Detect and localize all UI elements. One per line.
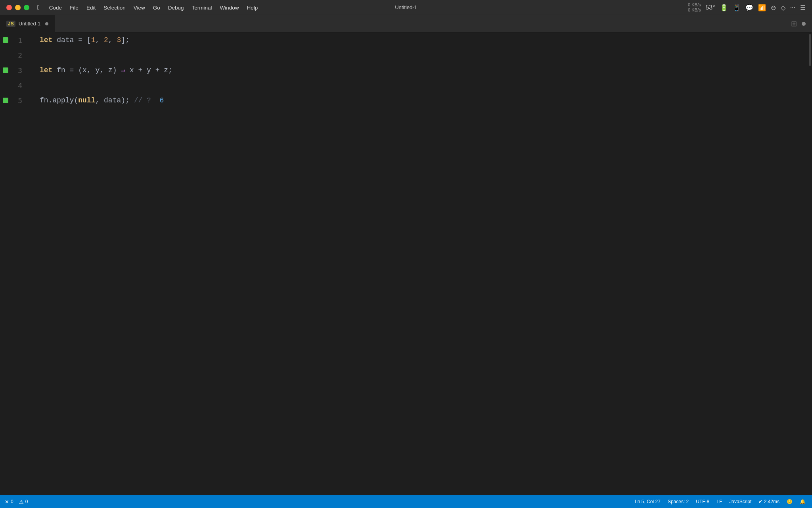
line-number-1: 1 — [11, 36, 32, 44]
null-keyword: null — [78, 96, 95, 104]
titlebar:  Code File Edit Selection View Go Debug… — [0, 0, 812, 15]
window-title: Untitled-1 — [395, 4, 417, 10]
editor-tab[interactable]: JS Untitled-1 — [0, 15, 55, 33]
semi-1: ; — [125, 36, 130, 44]
code-content-5[interactable]: fn.apply( null , data); // ? 6 — [32, 93, 812, 108]
line-ending[interactable]: LF — [716, 499, 722, 504]
line-number-4: 4 — [11, 81, 32, 90]
num-3: 3 — [117, 36, 121, 44]
warning-icon: ⚠ — [19, 499, 24, 505]
code-line-2: 2 — [0, 48, 812, 63]
num-1: 1 — [91, 36, 96, 44]
line-indicator-5 — [0, 98, 11, 103]
lint-time: ✔ 2.42ms — [758, 499, 779, 504]
arrow-symbol: ⇒ — [121, 66, 125, 75]
line-indicator-1 — [0, 37, 11, 43]
warning-count[interactable]: ⚠ 0 — [19, 499, 28, 505]
settings-dot[interactable] — [802, 22, 806, 26]
tab-unsaved-dot — [45, 22, 48, 25]
warning-number: 0 — [25, 499, 28, 504]
menu-go[interactable]: Go — [149, 0, 164, 15]
line-number-3: 3 — [11, 66, 32, 75]
code-line-5: 5 fn.apply( null , data); // ? 6 — [0, 93, 812, 108]
error-number: 0 — [11, 499, 13, 504]
breakpoint-3[interactable] — [3, 67, 8, 73]
result-value: 6 — [159, 96, 164, 104]
list-icon[interactable]: ☰ — [800, 4, 806, 12]
split-editor-icon[interactable]: ⊞ — [791, 19, 797, 28]
cursor-position[interactable]: Ln 5, Col 27 — [635, 499, 661, 504]
menu-view[interactable]: View — [130, 0, 149, 15]
keyword-let-1: let — [40, 36, 52, 44]
line-indicator-3 — [0, 67, 11, 73]
code-content-4[interactable] — [32, 78, 812, 93]
num-2: 2 — [104, 36, 108, 44]
focus-icon: ⊖ — [771, 4, 776, 12]
menu-help[interactable]: Help — [243, 0, 262, 15]
code-content-1[interactable]: let data = [ 1 , 2 , 3 ] ; — [32, 33, 812, 48]
error-count[interactable]: ✕ 0 — [5, 499, 13, 505]
menu-window[interactable]: Window — [216, 0, 243, 15]
scrollbar-thumb[interactable] — [809, 34, 811, 66]
menubar:  Code File Edit Selection View Go Debug… — [0, 0, 262, 15]
breakpoint-1[interactable] — [3, 37, 8, 43]
code-line-1: 1 let data = [ 1 , 2 , 3 ] ; — [0, 33, 812, 48]
code-fn-body: x + y + z; — [125, 66, 172, 74]
line-number-5: 5 — [11, 96, 32, 105]
code-line-4: 4 — [0, 78, 812, 93]
comment-slashes: // ? — [134, 96, 155, 104]
network-status: 0 KB/s 0 KB/s — [688, 2, 701, 13]
notification-icon[interactable]: 🔔 — [800, 499, 806, 504]
menu-debug[interactable]: Debug — [164, 0, 188, 15]
error-icon: ✕ — [5, 499, 9, 505]
tab-filename: Untitled-1 — [19, 21, 41, 27]
statusbar: ✕ 0 ⚠ 0 Ln 5, Col 27 Spaces: 2 UTF-8 LF … — [0, 495, 812, 508]
menu-selection[interactable]: Selection — [100, 0, 130, 15]
menu-edit[interactable]: Edit — [82, 0, 100, 15]
code-content-2[interactable] — [32, 48, 812, 63]
code-apply-rest: , data); — [95, 96, 134, 104]
menu-terminal[interactable]: Terminal — [188, 0, 216, 15]
code-plain-1: data = — [52, 36, 86, 44]
comma-2: , — [108, 36, 117, 44]
space-before-result — [155, 96, 160, 104]
tabbar: JS Untitled-1 ⊞ — [0, 15, 812, 33]
encoding[interactable]: UTF-8 — [696, 499, 709, 504]
battery-icon: 🔋 — [720, 4, 728, 12]
wifi-icon: 📶 — [758, 4, 766, 12]
bracket-close-1: ] — [121, 36, 125, 44]
fn-ref: fn.apply( — [40, 96, 78, 104]
wechat-icon: 💬 — [745, 4, 753, 12]
js-badge: JS — [6, 21, 15, 27]
titlebar-right: 0 KB/s 0 KB/s 53° 🔋 📱 💬 📶 ⊖ ◇ ··· ☰ — [688, 0, 806, 15]
more-icon[interactable]: ··· — [790, 4, 795, 11]
code-content-3[interactable]: let fn = (x, y, z) ⇒ x + y + z; — [32, 63, 812, 78]
keyword-let-3: let — [40, 66, 52, 74]
bracket-open-1: [ — [87, 36, 91, 44]
statusbar-left: ✕ 0 ⚠ 0 — [0, 499, 28, 505]
language-mode[interactable]: JavaScript — [729, 499, 751, 504]
editor: 1 let data = [ 1 , 2 , 3 ] ; 2 — [0, 33, 812, 495]
line-number-2: 2 — [11, 51, 32, 60]
code-line-3: 3 let fn = (x, y, z) ⇒ x + y + z; — [0, 63, 812, 78]
comma-1: , — [95, 36, 104, 44]
statusbar-right: Ln 5, Col 27 Spaces: 2 UTF-8 LF JavaScri… — [635, 499, 812, 504]
menu-file[interactable]: File — [66, 0, 82, 15]
finder-icon: ◇ — [781, 4, 785, 12]
editor-scrollbar[interactable] — [808, 33, 812, 495]
phone-icon: 📱 — [733, 4, 741, 12]
menu-code[interactable]: Code — [45, 0, 66, 15]
code-fn-name: fn = (x, y, z) — [52, 66, 121, 74]
breakpoint-5[interactable] — [3, 98, 8, 103]
apple-menu[interactable]:  — [32, 0, 45, 15]
temperature-display: 53° — [705, 4, 715, 11]
emoji-icon[interactable]: 🙂 — [787, 499, 793, 504]
tabbar-right: ⊞ — [791, 19, 812, 28]
indentation[interactable]: Spaces: 2 — [668, 499, 689, 504]
